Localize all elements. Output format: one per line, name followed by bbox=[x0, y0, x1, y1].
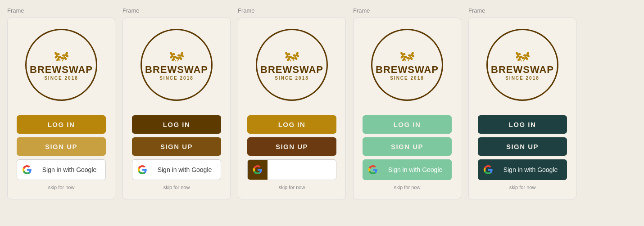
svg-point-57 bbox=[523, 54, 527, 57]
brand-text-3: BREWSWAP bbox=[260, 64, 323, 76]
login-button-3[interactable]: LOG IN bbox=[247, 115, 336, 134]
brand-text-1: BREWSWAP bbox=[30, 64, 93, 76]
frames-container: Frame BREWSWAPSINCE 2018LOG INSIGN UP Si… bbox=[7, 7, 576, 199]
skip-link-3[interactable]: skip for now bbox=[279, 185, 305, 190]
frame-label-2: Frame bbox=[122, 7, 231, 14]
since-text-1: SINCE 2018 bbox=[44, 76, 78, 81]
google-button-text-1: Sign in with Google bbox=[37, 166, 105, 173]
skip-link-4[interactable]: skip for now bbox=[394, 185, 421, 190]
svg-point-35 bbox=[295, 51, 299, 55]
login-button-1[interactable]: LOG IN bbox=[17, 115, 106, 134]
wheat-icon-4 bbox=[389, 50, 425, 64]
google-icon-box-3 bbox=[248, 160, 268, 180]
google-icon-box-4 bbox=[363, 160, 383, 180]
logo-circle-3: BREWSWAPSINCE 2018 bbox=[256, 29, 328, 101]
google-button-text-5: Sign in with Google bbox=[498, 166, 567, 173]
google-icon-box-1 bbox=[17, 160, 37, 180]
skip-link-5[interactable]: skip for now bbox=[509, 185, 536, 190]
signup-button-5[interactable]: SIGN UP bbox=[478, 137, 567, 156]
login-button-2[interactable]: LOG IN bbox=[132, 115, 221, 134]
google-icon-box-5 bbox=[478, 160, 498, 180]
google-button-text-4: Sign in with Google bbox=[383, 166, 451, 173]
skip-link-2[interactable]: skip for now bbox=[163, 185, 190, 190]
svg-point-33 bbox=[293, 54, 297, 57]
signup-button-1[interactable]: SIGN UP bbox=[17, 137, 106, 156]
logo-circle-4: BREWSWAPSINCE 2018 bbox=[371, 29, 443, 101]
since-text-5: SINCE 2018 bbox=[505, 76, 540, 81]
since-text-4: SINCE 2018 bbox=[390, 76, 424, 81]
signup-button-4[interactable]: SIGN UP bbox=[363, 137, 452, 156]
google-button-4[interactable]: Sign in with Google bbox=[363, 159, 452, 180]
brand-text-4: BREWSWAP bbox=[376, 64, 439, 76]
google-button-text-3: Sign in with Google bbox=[268, 166, 336, 173]
skip-link-1[interactable]: skip for now bbox=[48, 185, 75, 190]
frame-wrapper-3: Frame BREWSWAPSINCE 2018LOG INSIGN UP Si… bbox=[238, 7, 346, 199]
card-2: BREWSWAPSINCE 2018LOG INSIGN UP Sign in … bbox=[122, 18, 231, 199]
google-button-5[interactable]: Sign in with Google bbox=[478, 159, 567, 180]
card-5: BREWSWAPSINCE 2018LOG INSIGN UP Sign in … bbox=[468, 18, 576, 199]
frame-wrapper-2: Frame BREWSWAPSINCE 2018LOG INSIGN UP Si… bbox=[122, 7, 231, 199]
frame-label-1: Frame bbox=[7, 7, 115, 14]
google-icon-box-2 bbox=[132, 160, 152, 180]
google-button-3[interactable]: Sign in with Google bbox=[247, 159, 336, 180]
wheat-icon-3 bbox=[274, 50, 310, 64]
google-button-1[interactable]: Sign in with Google bbox=[17, 159, 106, 180]
google-button-2[interactable]: Sign in with Google bbox=[132, 159, 221, 180]
card-4: BREWSWAPSINCE 2018LOG INSIGN UP Sign in … bbox=[353, 18, 461, 199]
wheat-icon-2 bbox=[159, 50, 195, 64]
frame-wrapper-4: Frame BREWSWAPSINCE 2018LOG INSIGN UP Si… bbox=[353, 7, 461, 199]
brand-text-2: BREWSWAP bbox=[145, 64, 208, 76]
frame-wrapper-1: Frame BREWSWAPSINCE 2018LOG INSIGN UP Si… bbox=[7, 7, 115, 199]
card-3: BREWSWAPSINCE 2018LOG INSIGN UP Sign in … bbox=[238, 18, 346, 199]
svg-point-59 bbox=[526, 51, 530, 55]
svg-point-9 bbox=[62, 54, 66, 57]
logo-circle-1: BREWSWAPSINCE 2018 bbox=[25, 29, 97, 101]
frame-wrapper-5: Frame BREWSWAPSINCE 2018LOG INSIGN UP Si… bbox=[468, 7, 576, 199]
wheat-icon-5 bbox=[504, 50, 540, 64]
frame-label-3: Frame bbox=[238, 7, 346, 14]
card-1: BREWSWAPSINCE 2018LOG INSIGN UP Sign in … bbox=[7, 18, 115, 199]
logo-circle-5: BREWSWAPSINCE 2018 bbox=[486, 29, 558, 101]
login-button-4[interactable]: LOG IN bbox=[363, 115, 452, 134]
brand-text-5: BREWSWAP bbox=[491, 64, 554, 76]
logo-circle-2: BREWSWAPSINCE 2018 bbox=[141, 29, 213, 101]
google-button-text-2: Sign in with Google bbox=[152, 166, 221, 173]
wheat-icon-1 bbox=[43, 50, 79, 64]
signup-button-2[interactable]: SIGN UP bbox=[132, 137, 221, 156]
frame-label-4: Frame bbox=[353, 7, 461, 14]
since-text-2: SINCE 2018 bbox=[159, 76, 194, 81]
svg-point-45 bbox=[408, 54, 412, 57]
frame-label-5: Frame bbox=[468, 7, 576, 14]
svg-point-23 bbox=[180, 51, 184, 55]
signup-button-3[interactable]: SIGN UP bbox=[247, 137, 336, 156]
svg-point-21 bbox=[177, 54, 181, 57]
svg-point-11 bbox=[65, 51, 68, 55]
since-text-3: SINCE 2018 bbox=[275, 76, 309, 81]
svg-point-47 bbox=[411, 51, 414, 55]
login-button-5[interactable]: LOG IN bbox=[478, 115, 567, 134]
